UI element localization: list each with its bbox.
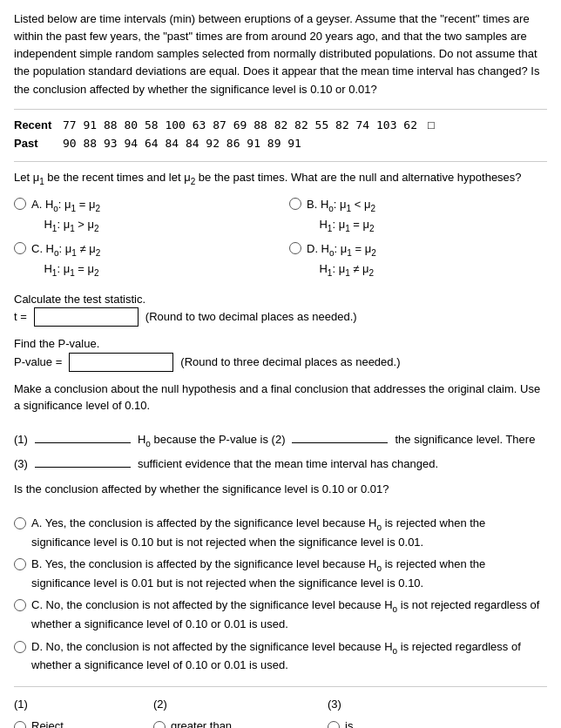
radio-sig-a[interactable] bbox=[14, 517, 26, 529]
hypothesis-option-b[interactable]: B. Ho: μ1 < μ2 H1: μ1 = μ2 bbox=[289, 196, 547, 235]
pvalue-note: (Round to three decimal places as needed… bbox=[180, 354, 400, 371]
bottom-grid: (1) Reject Fail to reject (2) greater th… bbox=[14, 696, 547, 728]
significance-question: Is the conclusion affected by whether th… bbox=[14, 481, 547, 498]
pvalue-input[interactable] bbox=[69, 353, 173, 372]
hyp-b-null: B. Ho: μ1 < μ2 bbox=[307, 196, 375, 216]
hyp-a-alt: H1: μ1 > μ2 bbox=[31, 216, 100, 236]
conclusion-2-pre: (3) bbox=[14, 455, 28, 473]
copy-icon[interactable]: □ bbox=[428, 117, 435, 134]
hyp-c-null: C. Ho: μ1 ≠ μ2 bbox=[31, 240, 100, 260]
hyp-d-null: D. Ho: μ1 = μ2 bbox=[307, 240, 376, 260]
t-note: (Round to two decimal places as needed.) bbox=[145, 308, 357, 326]
sig-option-c-text: C. No, the conclusion is not affected by… bbox=[31, 597, 547, 632]
radio-c[interactable] bbox=[14, 242, 26, 254]
conclusion-1-pre: (1) bbox=[14, 431, 28, 448]
past-row: Past 90 88 93 94 64 84 84 92 86 91 89 91 bbox=[14, 135, 547, 152]
sig-option-b[interactable]: B. Yes, the conclusion is affected by th… bbox=[14, 556, 547, 591]
past-values: 90 88 93 94 64 84 84 92 86 91 89 91 bbox=[63, 135, 301, 152]
conclusion-blank-1 bbox=[35, 442, 131, 443]
conclusion-section: Make a conclusion about the null hypothe… bbox=[14, 381, 547, 473]
t-input-row: t = (Round to two decimal places as need… bbox=[14, 307, 547, 327]
conclusion-blank-2 bbox=[292, 442, 388, 443]
bottom-is-item[interactable]: is bbox=[328, 718, 432, 728]
conclusion-2-post: sufficient evidence that the mean time i… bbox=[138, 455, 438, 473]
sig-option-b-text: B. Yes, the conclusion is affected by th… bbox=[31, 556, 547, 591]
greater-than-label: greater than bbox=[171, 718, 232, 728]
bottom-3-label: (3) bbox=[328, 696, 341, 713]
bottom-reject-item[interactable]: Reject bbox=[14, 718, 153, 728]
radio-d[interactable] bbox=[289, 242, 301, 254]
bottom-1-label: (1) bbox=[14, 696, 28, 713]
past-label: Past bbox=[14, 135, 56, 152]
radio-sig-c[interactable] bbox=[14, 599, 26, 611]
radio-sig-b[interactable] bbox=[14, 558, 26, 570]
intro-text: Listed below are time intervals (min) be… bbox=[14, 10, 547, 98]
sig-option-a-text: A. Yes, the conclusion is affected by th… bbox=[31, 515, 547, 550]
bottom-col2-label: (2) bbox=[153, 696, 328, 713]
radio-sig-d[interactable] bbox=[14, 641, 26, 653]
pvalue-label-text: Find the P-value. bbox=[14, 335, 547, 353]
hyp-d-alt: H1: μ1 ≠ μ2 bbox=[307, 260, 376, 280]
pvalue-input-row: P-value = (Round to three decimal places… bbox=[14, 353, 547, 372]
bottom-col-3: (3) is is not bbox=[328, 696, 432, 728]
t-input[interactable] bbox=[34, 307, 139, 327]
bottom-greater-item[interactable]: greater than bbox=[153, 718, 328, 728]
conclusion-1-mid: Ho because the P-value is (2) bbox=[138, 431, 286, 450]
recent-label: Recent bbox=[14, 117, 56, 134]
divider-1 bbox=[14, 109, 547, 110]
hypothesis-option-a[interactable]: A. Ho: μ1 = μ2 H1: μ1 > μ2 bbox=[14, 196, 272, 235]
sig-option-c[interactable]: C. No, the conclusion is not affected by… bbox=[14, 597, 547, 632]
is-label: is bbox=[345, 718, 353, 728]
bottom-col-2: (2) greater than less than or equal to bbox=[153, 696, 328, 728]
divider-2 bbox=[14, 161, 547, 162]
conclusion-line-1: (1) Ho because the P-value is (2) the si… bbox=[14, 431, 547, 450]
hypothesis-option-c[interactable]: C. Ho: μ1 ≠ μ2 H1: μ1 = μ2 bbox=[14, 240, 272, 280]
bottom-col-1: (1) Reject Fail to reject bbox=[14, 696, 153, 728]
conclusion-intro: Make a conclusion about the null hypothe… bbox=[14, 381, 547, 415]
bottom-2-label: (2) bbox=[153, 696, 167, 713]
recent-values: 77 91 88 80 58 100 63 87 69 88 82 82 55 … bbox=[63, 117, 417, 134]
conclusion-line-2: (3) sufficient evidence that the mean ti… bbox=[14, 455, 547, 473]
radio-greater-than[interactable] bbox=[153, 721, 166, 728]
radio-is[interactable] bbox=[328, 721, 340, 728]
sig-option-a[interactable]: A. Yes, the conclusion is affected by th… bbox=[14, 515, 547, 550]
calc-label: Calculate the test statistic. bbox=[14, 291, 547, 308]
data-table: Recent 77 91 88 80 58 100 63 87 69 88 82… bbox=[14, 117, 547, 152]
hypothesis-option-d[interactable]: D. Ho: μ1 = μ2 H1: μ1 ≠ μ2 bbox=[289, 240, 547, 280]
reject-label: Reject bbox=[31, 718, 64, 728]
hyp-a-null: A. Ho: μ1 = μ2 bbox=[31, 196, 100, 216]
recent-row: Recent 77 91 88 80 58 100 63 87 69 88 82… bbox=[14, 117, 547, 134]
conclusion-1-post: the significance level. There bbox=[395, 431, 535, 448]
test-stat-section: Calculate the test statistic. t = (Round… bbox=[14, 291, 547, 327]
bottom-col3-label: (3) bbox=[328, 696, 432, 713]
hyp-c-alt: H1: μ1 = μ2 bbox=[31, 260, 100, 280]
significance-options: A. Yes, the conclusion is affected by th… bbox=[14, 515, 547, 673]
pvalue-section: Find the P-value. P-value = (Round to th… bbox=[14, 335, 547, 372]
sig-option-d-text: D. No, the conclusion is not affected by… bbox=[31, 638, 547, 674]
radio-reject[interactable] bbox=[14, 721, 26, 728]
conclusion-blank-3 bbox=[35, 467, 131, 468]
hypothesis-options: A. Ho: μ1 = μ2 H1: μ1 > μ2 B. Ho: μ1 < μ… bbox=[14, 196, 547, 280]
hypothesis-question: Let μ1 be the recent times and let μ2 be… bbox=[14, 169, 547, 188]
pvalue-label: P-value = bbox=[14, 354, 62, 371]
t-label: t = bbox=[14, 308, 27, 326]
radio-a[interactable] bbox=[14, 198, 26, 210]
sig-option-d[interactable]: D. No, the conclusion is not affected by… bbox=[14, 638, 547, 674]
bottom-section: (1) Reject Fail to reject (2) greater th… bbox=[14, 686, 547, 728]
radio-b[interactable] bbox=[289, 198, 301, 210]
bottom-col1-label: (1) bbox=[14, 696, 153, 713]
hyp-b-alt: H1: μ1 = μ2 bbox=[307, 216, 375, 236]
